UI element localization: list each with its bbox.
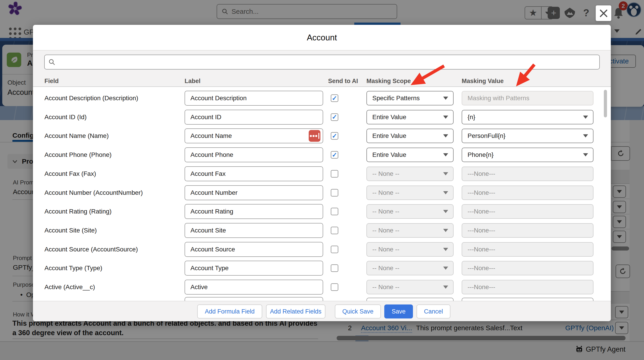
masking-value-select[interactable]: ---None--- bbox=[462, 280, 594, 294]
masking-scope-select[interactable]: -- None -- bbox=[366, 223, 454, 238]
add-related-fields-button[interactable]: Add Related Fields bbox=[266, 304, 326, 318]
field-name: Account Type (Type) bbox=[44, 264, 102, 272]
table-row: Account Fax (Fax)Account Fax-- None ----… bbox=[33, 164, 611, 183]
chevron-down-icon bbox=[443, 191, 448, 194]
send-to-ai-checkbox[interactable] bbox=[331, 264, 338, 272]
table-row: Account Site (Site)Account Site-- None -… bbox=[33, 221, 611, 240]
label-input[interactable]: Account Number bbox=[184, 185, 323, 200]
masking-scope-select[interactable]: Entire Value bbox=[366, 110, 454, 124]
masking-value-select[interactable]: Phone{n} bbox=[462, 148, 594, 162]
field-name: Account Site (Site) bbox=[44, 227, 97, 234]
masking-scope-select[interactable]: Entire Value bbox=[366, 129, 454, 143]
chevron-down-icon bbox=[443, 229, 448, 232]
modal-vertical-scrollbar[interactable] bbox=[604, 90, 607, 117]
field-masking-modal: Account Field Label Send to AI Masking S… bbox=[33, 25, 611, 321]
cancel-button[interactable]: Cancel bbox=[416, 304, 450, 318]
chevron-down-icon bbox=[443, 116, 448, 119]
column-header-value: Masking Value bbox=[462, 78, 504, 85]
field-name: Account Name (Name) bbox=[44, 132, 109, 140]
table-row: Account Number (AccountNumber)Account Nu… bbox=[33, 183, 611, 202]
masking-scope-select[interactable]: -- None -- bbox=[366, 280, 454, 294]
send-to-ai-checkbox[interactable] bbox=[331, 284, 338, 291]
send-to-ai-checkbox[interactable] bbox=[331, 132, 338, 140]
masking-scope-select[interactable]: -- None -- bbox=[366, 204, 454, 219]
field-name: Account ID (Id) bbox=[44, 114, 87, 121]
mask-icon bbox=[309, 130, 320, 142]
masking-value-select[interactable]: ---None--- bbox=[462, 166, 594, 181]
send-to-ai-checkbox[interactable] bbox=[331, 94, 338, 102]
masking-value-input[interactable]: Masking with Patterns bbox=[462, 91, 594, 106]
quick-save-button[interactable]: Quick Save bbox=[335, 304, 381, 318]
chevron-down-icon bbox=[443, 266, 448, 270]
masking-value-select[interactable]: ---None--- bbox=[462, 223, 594, 238]
label-input[interactable]: Account Type bbox=[184, 261, 323, 276]
table-row: Account Phone (Phone)Account PhoneEntire… bbox=[33, 145, 611, 164]
save-button[interactable]: Save bbox=[384, 304, 413, 318]
masking-value-select[interactable]: {n} bbox=[462, 110, 594, 124]
chevron-down-icon bbox=[443, 210, 448, 213]
label-input[interactable]: Account Description bbox=[184, 91, 323, 106]
masking-value-select[interactable]: ---None--- bbox=[462, 261, 594, 275]
send-to-ai-checkbox[interactable] bbox=[331, 189, 338, 196]
masking-scope-select[interactable]: Entire Value bbox=[366, 148, 454, 162]
field-name: Account Phone (Phone) bbox=[44, 151, 112, 158]
masking-scope-select[interactable]: -- None -- bbox=[366, 261, 454, 275]
label-input[interactable]: Account Source bbox=[184, 242, 323, 257]
table-row: Account ID (Id)Account IDEntire Value{n} bbox=[33, 108, 611, 126]
send-to-ai-checkbox[interactable] bbox=[331, 113, 338, 121]
modal-footer: Add Formula Field Add Related Fields Qui… bbox=[33, 301, 611, 321]
masking-value-select[interactable]: ---None--- bbox=[462, 242, 594, 257]
chevron-down-icon bbox=[583, 116, 588, 119]
send-to-ai-checkbox[interactable] bbox=[331, 151, 338, 159]
table-row: Account Source (AccountSource)Account So… bbox=[33, 240, 611, 259]
column-header-label: Label bbox=[184, 78, 200, 85]
masking-scope-select[interactable]: -- None -- bbox=[366, 242, 454, 257]
field-name: Account Rating (Rating) bbox=[44, 208, 112, 215]
field-name: Account Fax (Fax) bbox=[44, 170, 96, 178]
close-icon bbox=[599, 9, 608, 18]
chevron-down-icon bbox=[443, 96, 448, 100]
close-button[interactable] bbox=[596, 6, 611, 21]
field-name: Account Number (AccountNumber) bbox=[44, 189, 143, 196]
masking-value-select[interactable]: ---None--- bbox=[462, 186, 594, 200]
chevron-down-icon bbox=[443, 248, 448, 251]
modal-toolbar: Field Label Send to AI Masking Scope Mas… bbox=[33, 50, 611, 87]
chevron-down-icon bbox=[443, 153, 448, 156]
table-row-partial bbox=[184, 297, 323, 301]
label-input[interactable]: Account Fax bbox=[184, 166, 323, 181]
send-to-ai-checkbox[interactable] bbox=[331, 208, 338, 215]
masking-value-select[interactable]: PersonFull{n} bbox=[462, 129, 594, 143]
column-header-send: Send to AI bbox=[328, 78, 358, 85]
label-input[interactable]: Account ID bbox=[184, 110, 323, 124]
table-row: Active (Active__c)Active-- None -----Non… bbox=[33, 278, 611, 296]
add-formula-field-button[interactable]: Add Formula Field bbox=[197, 304, 262, 318]
masking-scope-select[interactable]: Specific Patterns bbox=[366, 91, 454, 106]
screen: Search... ★ + ? 2 GP bbox=[0, 0, 644, 360]
label-input[interactable]: Account Site bbox=[184, 223, 323, 238]
table-row-partial bbox=[462, 298, 594, 301]
label-input[interactable]: Account Rating bbox=[184, 204, 323, 219]
masking-scope-select[interactable]: -- None -- bbox=[366, 166, 454, 181]
chevron-down-icon bbox=[583, 153, 588, 156]
search-icon bbox=[48, 58, 56, 66]
masking-value-select[interactable]: ---None--- bbox=[462, 204, 594, 219]
masking-scope-select[interactable]: -- None -- bbox=[366, 186, 454, 200]
field-search-input[interactable] bbox=[44, 54, 600, 70]
field-name: Account Description (Description) bbox=[44, 94, 138, 102]
send-to-ai-checkbox[interactable] bbox=[331, 246, 338, 253]
label-input[interactable]: Account Phone bbox=[184, 148, 323, 162]
table-row-partial bbox=[366, 298, 454, 301]
field-name: Active (Active__c) bbox=[44, 284, 95, 291]
chevron-down-icon bbox=[443, 134, 448, 138]
chevron-down-icon bbox=[443, 286, 448, 289]
table-row: Account Name (Name)Account NameEntire Va… bbox=[33, 126, 611, 145]
modal-title: Account bbox=[33, 33, 611, 42]
send-to-ai-checkbox[interactable] bbox=[331, 170, 338, 178]
label-input[interactable]: Active bbox=[184, 280, 323, 294]
column-header-field: Field bbox=[44, 78, 59, 85]
send-to-ai-checkbox[interactable] bbox=[331, 226, 338, 234]
chevron-down-icon bbox=[583, 134, 588, 138]
field-name: Account Source (AccountSource) bbox=[44, 246, 138, 253]
masking-table: Account Description (Description)Account… bbox=[33, 87, 611, 301]
label-input[interactable]: Account Name bbox=[184, 128, 323, 143]
